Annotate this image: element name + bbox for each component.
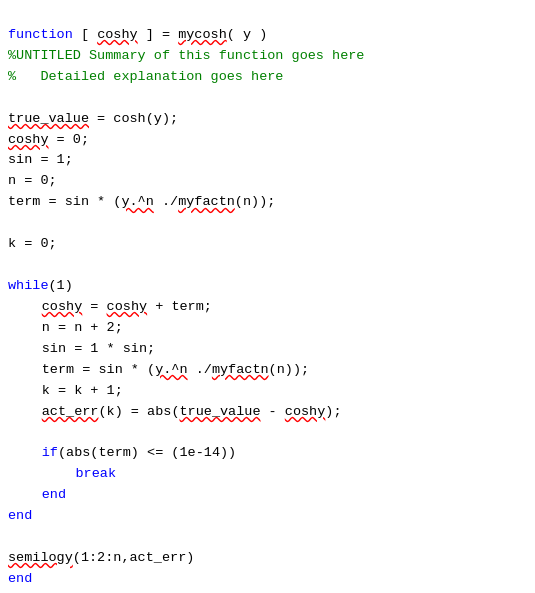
code-token: y.^n: [121, 194, 153, 209]
code-token: end: [8, 508, 32, 523]
code-line: [8, 422, 527, 443]
code-line: % Detailed explanation goes here: [8, 67, 527, 88]
code-line: function [ coshy ] = mycosh( y ): [8, 25, 527, 46]
code-token: break: [76, 466, 117, 481]
code-token: n = n + 2;: [42, 320, 123, 335]
code-token: coshy: [42, 299, 83, 314]
code-token: coshy: [285, 404, 326, 419]
code-token: (1): [49, 278, 73, 293]
code-token: k = k + 1;: [42, 383, 123, 398]
code-line: end: [8, 485, 527, 506]
code-token: true_value: [8, 111, 89, 126]
code-token: = 0;: [49, 132, 90, 147]
code-line: [8, 527, 527, 548]
code-line: [8, 213, 527, 234]
code-line: true_value = cosh(y);: [8, 109, 527, 130]
code-token: ] =: [138, 27, 179, 42]
code-line: k = k + 1;: [8, 381, 527, 402]
code-line: sin = 1;: [8, 150, 527, 171]
code-line: k = 0;: [8, 234, 527, 255]
code-token: y.^n: [155, 362, 187, 377]
code-line: act_err(k) = abs(true_value - coshy);: [8, 402, 527, 423]
code-line: [8, 255, 527, 276]
code-token: );: [325, 404, 341, 419]
code-line: coshy = coshy + term;: [8, 297, 527, 318]
code-token: end: [8, 571, 32, 586]
code-token: =: [82, 299, 106, 314]
code-token: function: [8, 27, 73, 42]
code-token: n = 0;: [8, 173, 57, 188]
code-line: coshy = 0;: [8, 130, 527, 151]
code-token: [: [73, 27, 97, 42]
code-token: -: [261, 404, 285, 419]
code-token: ( y ): [227, 27, 268, 42]
code-editor: function [ coshy ] = mycosh( y )%UNTITLE…: [8, 4, 527, 590]
code-token: (n));: [269, 362, 310, 377]
code-token: % Detailed explanation goes here: [8, 69, 283, 84]
code-line: end: [8, 569, 527, 590]
code-token: term = sin * (: [42, 362, 155, 377]
code-token: myfactn: [178, 194, 235, 209]
code-token: (n));: [235, 194, 276, 209]
code-line: if(abs(term) <= (1e-14)): [8, 443, 527, 464]
code-line: term = sin * (y.^n ./myfactn(n));: [8, 192, 527, 213]
code-token: term = sin * (: [8, 194, 121, 209]
code-token: (1:2:n,act_err): [73, 550, 195, 565]
code-token: coshy: [107, 299, 148, 314]
code-line: term = sin * (y.^n ./myfactn(n));: [8, 360, 527, 381]
code-token: coshy: [97, 27, 138, 42]
code-line: n = n + 2;: [8, 318, 527, 339]
code-line: [8, 88, 527, 109]
code-token: act_err: [42, 404, 99, 419]
code-token: end: [42, 487, 66, 502]
code-token: (k) = abs(: [98, 404, 179, 419]
code-token: while: [8, 278, 49, 293]
code-token: if: [42, 445, 58, 460]
code-token: + term;: [147, 299, 212, 314]
code-token: ./: [154, 194, 178, 209]
code-token: k = 0;: [8, 236, 57, 251]
code-token: sin = 1;: [8, 152, 73, 167]
code-token: %UNTITLED Summary of this function goes …: [8, 48, 364, 63]
code-line: break: [8, 464, 527, 485]
code-line: n = 0;: [8, 171, 527, 192]
code-token: myfactn: [212, 362, 269, 377]
code-token: ./: [188, 362, 212, 377]
code-token: semilogy: [8, 550, 73, 565]
code-line: sin = 1 * sin;: [8, 339, 527, 360]
code-line: %UNTITLED Summary of this function goes …: [8, 46, 527, 67]
code-line: end: [8, 506, 527, 527]
code-line: while(1): [8, 276, 527, 297]
code-token: = cosh(y);: [89, 111, 178, 126]
code-line: semilogy(1:2:n,act_err): [8, 548, 527, 569]
code-token: mycosh: [178, 27, 227, 42]
code-token: sin = 1 * sin;: [42, 341, 155, 356]
code-token: coshy: [8, 132, 49, 147]
code-token: (abs(term) <= (1e-14)): [58, 445, 236, 460]
code-token: true_value: [179, 404, 260, 419]
